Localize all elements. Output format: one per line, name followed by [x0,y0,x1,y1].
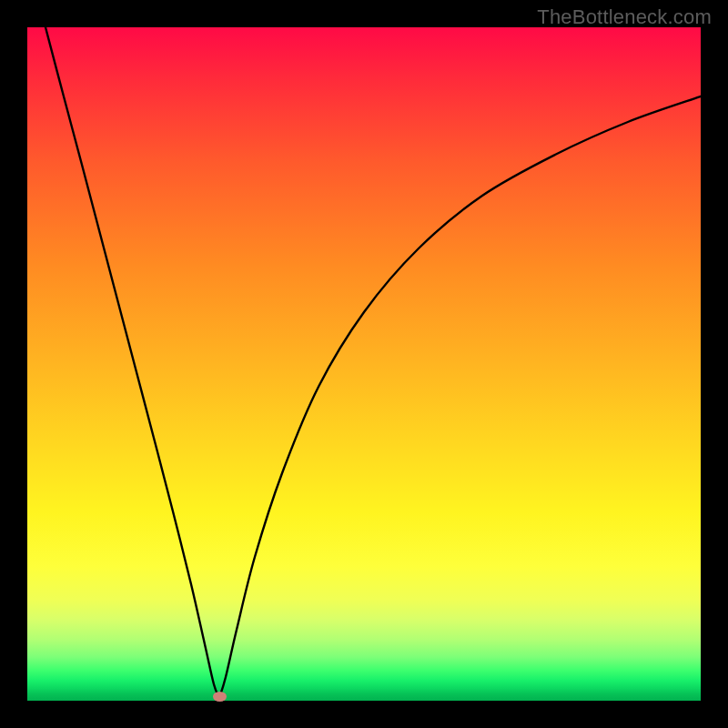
curve-right-branch [219,96,701,698]
curve-left-branch [46,27,219,698]
bottleneck-curve [27,27,701,701]
minimum-marker [213,692,227,702]
chart-plot-area [27,27,701,701]
watermark-text: TheBottleneck.com [537,5,712,29]
outer-frame: TheBottleneck.com [0,0,728,728]
